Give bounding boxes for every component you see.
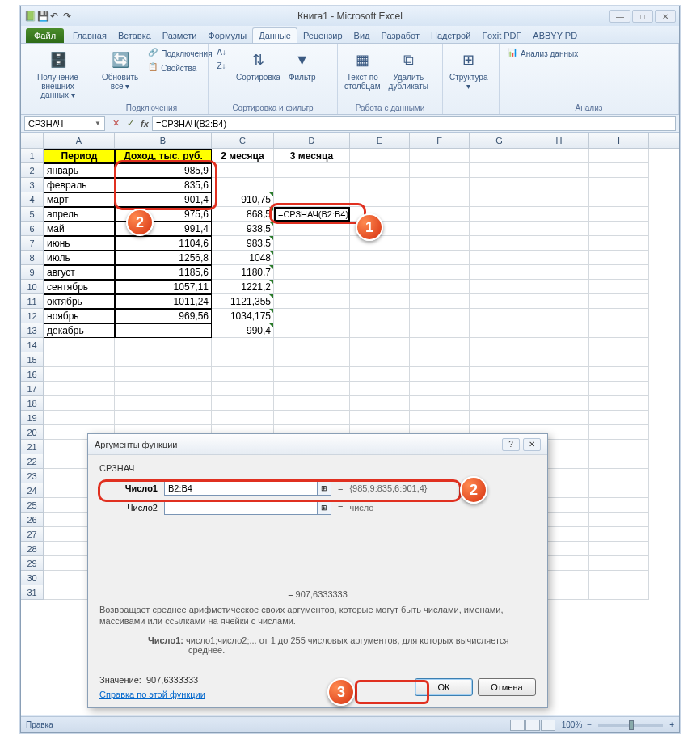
cell-E13[interactable] bbox=[350, 323, 410, 338]
tab-home[interactable]: Главная bbox=[67, 28, 112, 43]
col-header-G[interactable]: G bbox=[470, 133, 529, 148]
cell-D17[interactable] bbox=[274, 382, 350, 396]
filter-button[interactable]: ▼Фильтр bbox=[287, 47, 318, 83]
formula-input[interactable]: =СРЗНАЧ(B2:B4) bbox=[152, 116, 676, 131]
cell-B9[interactable]: 1185,6 bbox=[115, 265, 212, 280]
col-header-H[interactable]: H bbox=[529, 133, 589, 148]
cell-G19[interactable] bbox=[470, 411, 529, 425]
outline-button[interactable]: ⊞Структура ▾ bbox=[448, 47, 489, 92]
cell-F7[interactable] bbox=[410, 236, 470, 251]
cell-C4[interactable]: 910,75 bbox=[212, 192, 274, 207]
tab-formulas[interactable]: Формулы bbox=[202, 28, 252, 43]
cell-E12[interactable] bbox=[350, 309, 410, 323]
cell-H7[interactable] bbox=[529, 236, 589, 251]
cell-I20[interactable] bbox=[589, 425, 649, 440]
cell-D2[interactable] bbox=[274, 163, 350, 178]
cell-E14[interactable] bbox=[350, 338, 410, 352]
cell-I25[interactable] bbox=[589, 498, 649, 513]
cell-I3[interactable] bbox=[589, 178, 649, 192]
enter-formula-button[interactable]: ✓ bbox=[123, 116, 137, 131]
cell-A6[interactable]: май bbox=[44, 222, 115, 236]
cell-A1[interactable]: Период bbox=[44, 149, 115, 163]
cell-I28[interactable] bbox=[589, 542, 649, 556]
cell-F11[interactable] bbox=[410, 294, 470, 309]
cell-A3[interactable]: февраль bbox=[44, 178, 115, 192]
cell-H14[interactable] bbox=[529, 338, 589, 352]
cell-I31[interactable] bbox=[589, 585, 649, 600]
cell-D16[interactable] bbox=[274, 367, 350, 382]
cell-D4[interactable] bbox=[274, 192, 350, 207]
connections-button[interactable]: 🔗Подключения bbox=[145, 47, 214, 60]
cell-F10[interactable] bbox=[410, 280, 470, 294]
cell-A10[interactable]: сентябрь bbox=[44, 280, 115, 294]
cancel-formula-button[interactable]: ✕ bbox=[108, 116, 123, 131]
cell-D19[interactable] bbox=[274, 411, 350, 425]
cell-I9[interactable] bbox=[589, 265, 649, 280]
cell-I12[interactable] bbox=[589, 309, 649, 323]
cell-G15[interactable] bbox=[470, 352, 529, 367]
cell-I2[interactable] bbox=[589, 163, 649, 178]
row-header[interactable]: 30 bbox=[21, 571, 44, 585]
fx-button[interactable]: fx bbox=[137, 116, 152, 131]
cell-I7[interactable] bbox=[589, 236, 649, 251]
dialog-help-link[interactable]: Справка по этой функции bbox=[99, 690, 205, 699]
cell-H1[interactable] bbox=[529, 149, 589, 163]
cell-D11[interactable] bbox=[274, 294, 350, 309]
dialog-titlebar[interactable]: Аргументы функции ? ✕ bbox=[88, 434, 547, 455]
cell-G1[interactable] bbox=[470, 149, 529, 163]
cell-I15[interactable] bbox=[589, 352, 649, 367]
row-header[interactable]: 4 bbox=[21, 192, 44, 207]
row-header[interactable]: 2 bbox=[21, 163, 44, 178]
cell-F18[interactable] bbox=[410, 396, 470, 411]
cell-C13[interactable]: 990,4 bbox=[212, 323, 274, 338]
cell-C18[interactable] bbox=[212, 396, 274, 411]
select-all-corner[interactable] bbox=[21, 133, 44, 148]
data-analysis-button[interactable]: 📊Анализ данных bbox=[504, 47, 580, 60]
sort-az-button[interactable]: A↓ bbox=[213, 47, 230, 60]
cell-I30[interactable] bbox=[589, 571, 649, 585]
col-header-F[interactable]: F bbox=[410, 133, 470, 148]
col-header-A[interactable]: A bbox=[44, 133, 115, 148]
cell-F19[interactable] bbox=[410, 411, 470, 425]
tab-insert[interactable]: Вставка bbox=[112, 28, 157, 43]
cell-A5[interactable]: апрель bbox=[44, 207, 115, 222]
cell-C3[interactable] bbox=[212, 178, 274, 192]
cell-G14[interactable] bbox=[470, 338, 529, 352]
row-header[interactable]: 10 bbox=[21, 280, 44, 294]
cell-B2[interactable]: 985,9 bbox=[115, 163, 212, 178]
cell-A19[interactable] bbox=[44, 411, 115, 425]
sort-button[interactable]: ⇅Сортировка bbox=[234, 47, 282, 83]
cell-G11[interactable] bbox=[470, 294, 529, 309]
cell-H15[interactable] bbox=[529, 352, 589, 367]
cell-G6[interactable] bbox=[470, 222, 529, 236]
cell-G17[interactable] bbox=[470, 382, 529, 396]
cell-G18[interactable] bbox=[470, 396, 529, 411]
cell-C19[interactable] bbox=[212, 411, 274, 425]
row-header[interactable]: 8 bbox=[21, 251, 44, 265]
cell-A11[interactable]: октябрь bbox=[44, 294, 115, 309]
minimize-button[interactable]: — bbox=[609, 10, 630, 23]
row-header[interactable]: 25 bbox=[21, 498, 44, 513]
row-header[interactable]: 7 bbox=[21, 236, 44, 251]
row-header[interactable]: 3 bbox=[21, 178, 44, 192]
cell-H9[interactable] bbox=[529, 265, 589, 280]
tab-developer[interactable]: Разработ bbox=[376, 28, 425, 43]
maximize-button[interactable]: □ bbox=[632, 10, 653, 23]
cell-G4[interactable] bbox=[470, 192, 529, 207]
cell-H8[interactable] bbox=[529, 251, 589, 265]
row-header[interactable]: 1 bbox=[21, 149, 44, 163]
col-header-E[interactable]: E bbox=[350, 133, 410, 148]
tab-abbyy[interactable]: ABBYY PD bbox=[527, 28, 583, 43]
cell-B15[interactable] bbox=[115, 352, 212, 367]
cell-A4[interactable]: март bbox=[44, 192, 115, 207]
col-header-C[interactable]: C bbox=[212, 133, 274, 148]
row-header[interactable]: 13 bbox=[21, 323, 44, 338]
cell-F5[interactable] bbox=[410, 207, 470, 222]
cell-F16[interactable] bbox=[410, 367, 470, 382]
cell-E1[interactable] bbox=[350, 149, 410, 163]
cell-C1[interactable]: 2 месяца bbox=[212, 149, 274, 163]
cell-A8[interactable]: июль bbox=[44, 251, 115, 265]
cell-E15[interactable] bbox=[350, 352, 410, 367]
cell-D8[interactable] bbox=[274, 251, 350, 265]
cell-I19[interactable] bbox=[589, 411, 649, 425]
